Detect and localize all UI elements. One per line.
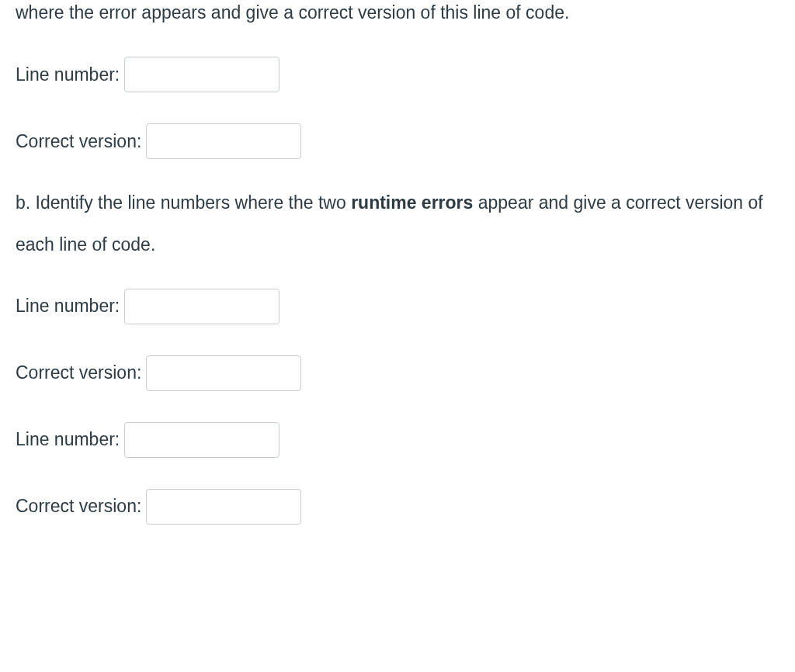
part-b-prompt-bold: runtime errors	[351, 192, 473, 213]
part-b-prompt-line1: b. Identify the line numbers where the t…	[16, 190, 779, 216]
correct-version-label: Correct version:	[16, 129, 141, 154]
line-number-input-b2[interactable]	[124, 422, 279, 458]
correct-version-label-b1: Correct version:	[16, 360, 141, 386]
line-number-label-b1: Line number:	[16, 293, 120, 319]
part-b-prompt-post: appear and give a correct version of	[473, 192, 762, 213]
field-row-a-version: Correct version:	[16, 123, 779, 159]
correct-version-input-b2[interactable]	[146, 489, 301, 525]
field-row-b-version-1: Correct version:	[16, 355, 779, 391]
intro-text-fragment: where the error appears and give a corre…	[16, 0, 779, 26]
line-number-label: Line number:	[16, 62, 120, 88]
part-b-prompt-pre: b. Identify the line numbers where the t…	[16, 192, 351, 213]
correct-version-label-b2: Correct version:	[16, 494, 141, 519]
line-number-input-b1[interactable]	[124, 289, 279, 324]
field-row-b-version-2: Correct version:	[16, 489, 779, 525]
line-number-input-a[interactable]	[124, 57, 279, 92]
field-row-b-line-2: Line number:	[16, 422, 779, 458]
part-b-prompt-line2: each line of code.	[16, 232, 779, 258]
field-row-a-line: Line number:	[16, 57, 779, 92]
correct-version-input-b1[interactable]	[146, 355, 301, 391]
correct-version-input-a[interactable]	[146, 123, 301, 159]
line-number-label-b2: Line number:	[16, 427, 120, 452]
field-row-b-line-1: Line number:	[16, 289, 779, 324]
